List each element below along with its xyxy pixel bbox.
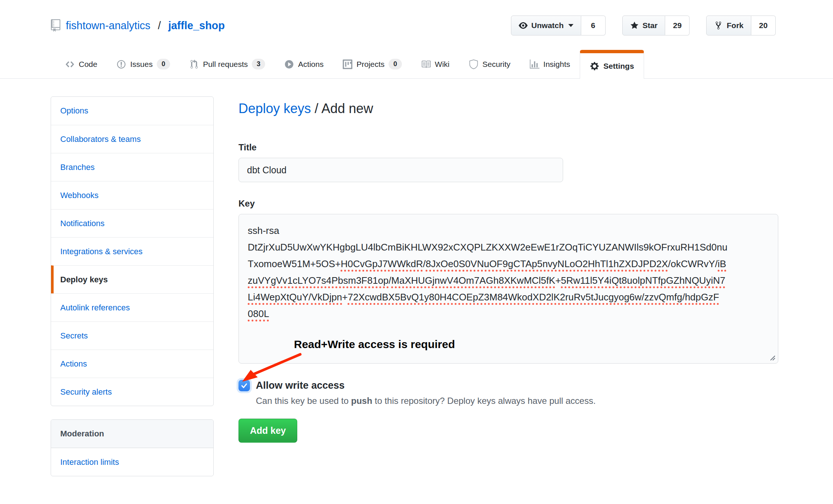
sidebar-item-options[interactable]: Options [51,97,213,125]
sidebar-item-interaction-limits[interactable]: Interaction limits [51,448,213,476]
sidebar-item-actions[interactable]: Actions [51,350,213,378]
watch-button-group: Unwatch 6 [511,16,606,35]
fork-button-group: Fork 20 [706,16,776,35]
page-title: Deploy keys / Add new [238,101,778,116]
sidebar-item-collaborators-teams[interactable]: Collaborators & teams [51,125,213,153]
key-line: Li4WepXtQuY/VkDjpn+72XcwdBX5BvQ1y80H4COE… [248,289,769,306]
key-line: 080L [248,306,769,322]
deploy-keys-link[interactable]: Deploy keys [238,101,311,116]
tab-label: Wiki [435,60,450,69]
pull-requests-counter: 3 [252,59,265,69]
checkmark-icon [240,382,248,389]
deploy-key-form: Deploy keys / Add new Title Key ssh-rsaD… [238,96,778,443]
code-icon [65,59,75,69]
sidebar-item-integrations-services[interactable]: Integrations & services [51,237,213,265]
breadcrumb-current: Add new [321,101,373,116]
moderation-menu: Moderation Interaction limits [51,419,214,476]
breadcrumb-separator: / [311,101,321,116]
tab-projects[interactable]: Projects 0 [333,50,412,78]
sidebar-item-security-alerts[interactable]: Security alerts [51,378,213,406]
tab-actions[interactable]: Actions [275,50,333,78]
settings-menu: Options Collaborators & teams Branches W… [51,96,214,406]
play-icon [284,59,294,69]
projects-counter: 0 [389,59,402,69]
github-settings-page: fishtown-analytics / jaffle_shop Unwatch… [0,0,833,498]
tab-label: Security [482,60,511,69]
gear-icon [590,61,599,71]
repo-icon [51,19,61,32]
stargazers-count[interactable]: 29 [665,16,690,35]
fork-icon [714,21,723,30]
star-label: Star [643,21,658,30]
graph-icon [530,59,539,69]
forks-count[interactable]: 20 [751,16,776,35]
fork-button[interactable]: Fork [706,16,751,35]
tab-label: Code [79,60,97,69]
sidebar-item-branches[interactable]: Branches [51,153,213,181]
tab-label: Pull requests [203,60,248,69]
sidebar-item-webhooks[interactable]: Webhooks [51,181,213,209]
key-line: TxomoeW51M+5OS+H0CvGpJ7WWkdR/8JxOe0S0VNu… [248,256,769,272]
allow-write-access-checkbox[interactable] [238,380,250,391]
issue-opened-icon [116,59,126,69]
tab-security[interactable]: Security [459,50,520,78]
tab-code[interactable]: Code [55,50,107,78]
shield-icon [469,59,478,69]
key-line: DtZjrXuD5UwXwYKHgbgLU4lbCmBiKHLWX92xCXQP… [248,239,769,256]
sidebar-item-secrets[interactable]: Secrets [51,321,213,350]
title-label: Title [238,142,778,153]
sidebar-item-notifications[interactable]: Notifications [51,209,213,237]
tab-insights[interactable]: Insights [520,50,580,78]
annotation-text: Read+Write access is required [294,338,455,351]
tab-pull-requests[interactable]: Pull requests 3 [180,50,275,78]
repo-name-link[interactable]: jaffle_shop [168,20,225,32]
project-icon [343,59,352,69]
moderation-header: Moderation [51,420,213,448]
book-icon [421,59,431,69]
tab-label: Actions [298,60,324,69]
key-label: Key [238,198,778,209]
repo-header: fishtown-analytics / jaffle_shop Unwatch… [0,0,833,35]
tab-label: Settings [603,62,634,71]
tab-label: Projects [356,60,385,69]
unwatch-label: Unwatch [531,21,564,30]
settings-sidebar: Options Collaborators & teams Branches W… [51,96,214,476]
watchers-count[interactable]: 6 [581,16,606,35]
key-line: zuVYgVv1cLYO7s4Pbsm3F81op/MaXHUGjnwV4Om7… [248,272,769,289]
add-key-button[interactable]: Add key [238,419,297,443]
sidebar-item-autolink-references[interactable]: Autolink references [51,293,213,321]
allow-write-access-label[interactable]: Allow write access [256,380,345,391]
star-button-group: Star 29 [622,16,690,35]
repo-breadcrumb: fishtown-analytics / jaffle_shop [51,19,225,32]
write-access-help-text: Can this key be used to push to this rep… [256,396,778,406]
star-icon [630,21,639,30]
pull-request-icon [189,59,199,69]
key-text: ssh-rsaDtZjrXuD5UwXwYKHgbgLU4lbCmBiKHLWX… [248,222,769,322]
sidebar-item-deploy-keys[interactable]: Deploy keys [51,265,213,293]
tab-wiki[interactable]: Wiki [412,50,459,78]
repo-separator: / [156,20,163,32]
resize-handle-icon[interactable] [769,354,776,361]
unwatch-button[interactable]: Unwatch [511,16,581,35]
repo-owner-link[interactable]: fishtown-analytics [66,20,150,32]
tab-settings[interactable]: Settings [580,50,644,79]
issues-counter: 0 [157,59,170,69]
fork-label: Fork [727,21,744,30]
tab-issues[interactable]: Issues 0 [107,50,180,78]
star-button[interactable]: Star [622,16,666,35]
caret-down-icon [568,24,573,27]
repo-actions: Unwatch 6 Star 29 Fork [511,16,776,35]
tab-label: Issues [130,60,153,69]
tab-label: Insights [544,60,570,69]
eye-icon [519,21,528,30]
title-input[interactable] [238,158,563,182]
key-line: ssh-rsa [248,222,769,239]
repo-nav: Code Issues 0 Pull requests 3 Actions Pr… [0,50,833,79]
